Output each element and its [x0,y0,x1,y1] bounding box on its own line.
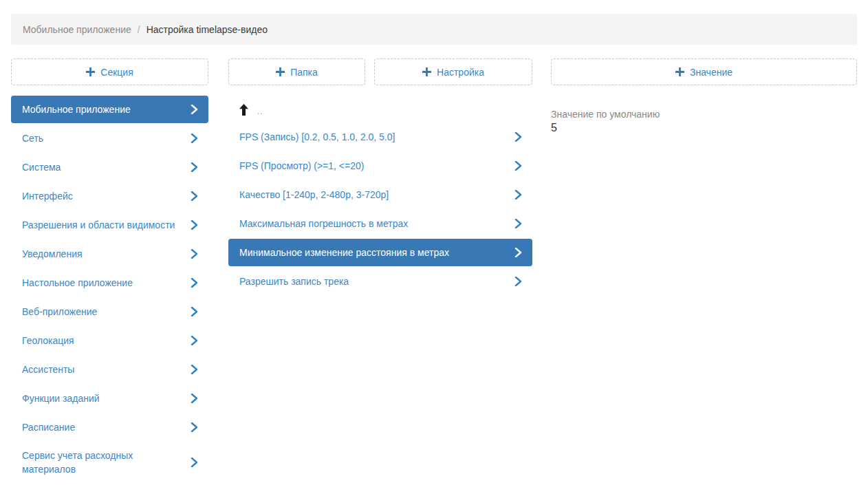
section-item-label: Сеть [22,131,43,145]
section-item-label: Настольное приложение [22,276,133,290]
section-list-item[interactable]: Уведомления [11,240,208,268]
navigate-up-label: .. [257,107,263,116]
content-columns: Секция Мобильное приложение Сеть [11,58,857,484]
setting-list-item[interactable]: Минимальное изменение расстояния в метра… [228,239,532,266]
chevron-right-icon [191,394,198,403]
chevron-right-icon [191,278,198,288]
setting-item-label: Максимальная погрешность в метрах [239,217,408,230]
setting-list-item[interactable]: FPS (Просмотр) (>=1, <=20) [228,152,532,180]
chevron-right-icon [514,190,522,200]
settings-page: Мобильное приложение / Настройка timelap… [0,0,868,494]
chevron-right-icon [191,162,198,172]
chevron-right-icon [514,277,522,286]
section-item-label: Геолокация [22,334,74,347]
default-value-block: Значение по умолчанию 5 [551,108,857,135]
section-list-item[interactable]: Функции заданий [11,385,208,412]
section-list-item[interactable]: Веб-приложение [11,298,208,325]
chevron-right-icon [191,220,198,230]
section-item-label: Сервис учета расходных материалов [22,449,184,476]
section-list-item[interactable]: Геолокация [11,327,208,354]
settings-toolbar: Папка Настройка [228,58,532,85]
chevron-right-icon [191,307,198,316]
navigate-up-row[interactable]: .. [228,96,532,123]
setting-item-label: Качество [1-240p, 2-480p, 3-720p] [239,188,389,202]
section-item-label: Расписание [22,420,75,434]
breadcrumb-parent-link[interactable]: Мобильное приложение [23,24,131,35]
add-section-label: Секция [100,67,133,78]
section-list-item[interactable]: Ассистенты [11,356,208,383]
chevron-right-icon [191,365,198,374]
chevron-right-icon [191,133,198,143]
chevron-right-icon [514,248,522,257]
section-list-item[interactable]: Сервис учета расходных материалов [11,442,208,482]
add-setting-label: Настройка [437,67,484,78]
setting-list-item[interactable]: FPS (Запись) [0.2, 0.5, 1.0, 2.0, 5.0] [228,123,532,151]
section-list-item[interactable]: Система [11,153,208,181]
section-item-label: Функции заданий [22,391,100,405]
section-item-label: Ассистенты [22,363,74,376]
section-list-item[interactable]: Сеть [11,125,208,152]
chevron-right-icon [191,458,198,467]
setting-item-label: FPS (Просмотр) (>=1, <=20) [239,159,364,173]
section-item-label: Уведомления [22,247,83,261]
setting-list-item[interactable]: Разрешить запись трека [228,268,532,295]
add-folder-button[interactable]: Папка [228,58,365,85]
breadcrumb: Мобильное приложение / Настройка timelap… [11,14,857,45]
settings-column: Папка Настройка .. FPS (Запись) [ [228,58,532,484]
breadcrumb-separator: / [138,24,140,35]
setting-list-item[interactable]: Максимальная погрешность в метрах [228,210,532,237]
section-list-item[interactable]: Разрешения и области видимости [11,211,208,239]
section-item-label: Мобильное приложение [22,103,131,116]
chevron-right-icon [191,422,198,432]
section-list-item[interactable]: Интерфейс [11,182,208,210]
setting-item-label: FPS (Запись) [0.2, 0.5, 1.0, 2.0, 5.0] [239,130,395,144]
default-value-label: Значение по умолчанию [551,108,857,120]
settings-list: FPS (Запись) [0.2, 0.5, 1.0, 2.0, 5.0] F… [228,123,532,295]
sections-list: Мобильное приложение Сеть Система [11,96,208,482]
plus-icon [422,67,431,76]
chevron-right-icon [514,219,522,228]
add-section-button[interactable]: Секция [11,58,208,85]
chevron-right-icon [191,249,198,259]
add-setting-button[interactable]: Настройка [374,58,532,85]
section-list-item[interactable]: Расписание [11,414,208,441]
chevron-right-icon [514,161,522,171]
add-value-button[interactable]: Значение [551,58,857,85]
chevron-right-icon [191,336,198,345]
value-column: Значение Значение по умолчанию 5 [551,58,857,484]
section-item-label: Разрешения и области видимости [22,218,175,232]
default-value-text: 5 [551,121,857,135]
section-item-label: Система [22,160,61,174]
add-value-label: Значение [690,67,733,78]
section-list-item[interactable]: Настольное приложение [11,269,208,297]
chevron-right-icon [191,191,198,201]
sections-column: Секция Мобильное приложение Сеть [11,58,208,484]
chevron-right-icon [514,132,522,142]
section-item-label: Интерфейс [22,189,73,203]
setting-item-label: Минимальное изменение расстояния в метра… [239,246,449,259]
chevron-right-icon [191,105,198,114]
setting-list-item[interactable]: Качество [1-240p, 2-480p, 3-720p] [228,181,532,208]
section-item-label: Веб-приложение [22,305,97,319]
plus-icon [86,67,95,76]
setting-item-label: Разрешить запись трека [239,275,349,288]
plus-icon [276,67,285,76]
up-arrow-icon [239,104,248,116]
plus-icon [675,67,684,76]
add-folder-label: Папка [290,67,318,78]
breadcrumb-current: Настройка timelapse-видео [147,24,268,35]
section-list-item[interactable]: Мобильное приложение [11,96,208,123]
